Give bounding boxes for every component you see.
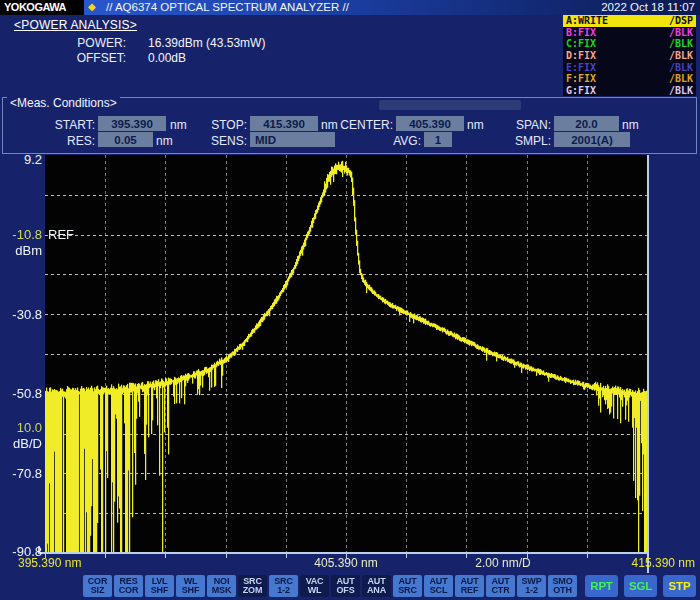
trace-name: F:FIX bbox=[566, 73, 596, 84]
trace-row-g[interactable]: G:FIX/BLK bbox=[563, 84, 696, 96]
app-title: // AQ6374 OPTICAL SPECTRUM ANALYZER // bbox=[106, 1, 349, 13]
softkey-label: COR bbox=[119, 586, 138, 596]
yokogawa-logo: YOKOGAWA bbox=[0, 0, 84, 15]
x-label-stop: 415.390 nm bbox=[595, 556, 695, 570]
softkey-src-zom[interactable]: SRCZOM bbox=[238, 575, 267, 597]
span-value-field[interactable]: 20.0 bbox=[554, 116, 619, 131]
trace-name: B:FIX bbox=[566, 27, 596, 38]
trace-mode: /DSP bbox=[669, 15, 693, 26]
sens-label: SENS: bbox=[199, 134, 247, 148]
softkey-label: SRC bbox=[398, 586, 416, 596]
softkey-cor-siz[interactable]: CORSIZ bbox=[83, 575, 112, 597]
plot-right-border bbox=[647, 155, 649, 573]
res-label: RES: bbox=[33, 134, 95, 148]
center-unit: nm bbox=[467, 118, 484, 132]
softkey-vac-wl[interactable]: VACWL bbox=[300, 575, 329, 597]
trace-row-e[interactable]: E:FIX/BLK bbox=[563, 61, 696, 73]
softkey-label: WL bbox=[308, 586, 322, 596]
softkey-label: SGL bbox=[629, 580, 652, 592]
x-tick bbox=[587, 554, 588, 558]
softkey-noi-msk[interactable]: NOIMSK bbox=[207, 575, 236, 597]
meas-conditions-heading: <Meas. Conditions> bbox=[7, 96, 120, 110]
softkey-label: STP bbox=[669, 580, 691, 592]
trace-row-d[interactable]: D:FIX/BLK bbox=[563, 50, 696, 62]
softkey-stp[interactable]: STP bbox=[663, 575, 696, 597]
x-label-start: 395.390 nm bbox=[18, 556, 81, 570]
trace-row-b[interactable]: B:FIX/BLK bbox=[563, 27, 696, 39]
title-bar: YOKOGAWA ◆ // AQ6374 OPTICAL SPECTRUM AN… bbox=[0, 0, 700, 15]
trace-mode: /BLK bbox=[669, 50, 693, 61]
res-value-field[interactable]: 0.05 bbox=[98, 132, 153, 147]
start-value-field[interactable]: 395.390 bbox=[98, 116, 166, 131]
trace-row-a[interactable]: A:WRITE/DSP bbox=[563, 15, 696, 27]
x-label-center: 405.390 nm bbox=[296, 556, 396, 570]
y-label-ref: -10.8 bbox=[2, 227, 42, 242]
softkey-label: SCL bbox=[430, 586, 447, 596]
softkey-aut-scl[interactable]: AUTSCL bbox=[424, 575, 453, 597]
softkey-label: REF bbox=[461, 586, 478, 596]
ref-tag: REF bbox=[48, 227, 74, 242]
avg-value-field[interactable]: 1 bbox=[424, 132, 452, 147]
softkey-rpt[interactable]: RPT bbox=[585, 575, 618, 597]
spectrum-plot bbox=[45, 155, 647, 553]
span-unit: nm bbox=[622, 118, 639, 132]
smpl-value-field[interactable]: 2001(A) bbox=[554, 132, 630, 147]
trace-mode: /BLK bbox=[669, 62, 693, 73]
y-label-minus30: -30.8 bbox=[2, 307, 42, 322]
x-tick bbox=[165, 554, 166, 558]
power-label: POWER: bbox=[58, 36, 126, 50]
softkey-aut-src[interactable]: AUTSRC bbox=[393, 575, 422, 597]
softkey-toolbar: CORSIZRESCORLVLSHFWLSHFNOIMSKSRCZOMSRC1-… bbox=[83, 575, 696, 597]
y-unit-label: dBm bbox=[2, 243, 42, 258]
x-label-per-div: 2.00 nm/D bbox=[453, 556, 553, 570]
x-axis-line bbox=[38, 552, 649, 554]
softkey-res-cor[interactable]: RESCOR bbox=[114, 575, 143, 597]
diamond-icon: ◆ bbox=[88, 1, 96, 12]
softkey-aut-ctr[interactable]: AUTCTR bbox=[486, 575, 515, 597]
softkey-label: 1-2 bbox=[525, 586, 537, 596]
dimmed-indicator bbox=[379, 100, 521, 110]
offset-label: OFFSET: bbox=[58, 51, 126, 65]
res-unit: nm bbox=[156, 134, 173, 148]
softkey-sgl[interactable]: SGL bbox=[624, 575, 657, 597]
trace-name: D:FIX bbox=[566, 50, 596, 61]
softkey-src-1-2[interactable]: SRC1-2 bbox=[269, 575, 298, 597]
softkey-smo-oth[interactable]: SMOOTH bbox=[548, 575, 577, 597]
sens-value-field[interactable]: MID bbox=[250, 132, 335, 147]
softkey-lvl-shf[interactable]: LVLSHF bbox=[145, 575, 174, 597]
softkey-label: SIZ bbox=[91, 586, 104, 596]
power-analysis-heading: <POWER ANALYSIS> bbox=[14, 18, 137, 32]
trace-name: C:FIX bbox=[566, 38, 596, 49]
softkey-label: SHF bbox=[151, 586, 168, 596]
trace-name: A:WRITE bbox=[566, 15, 608, 26]
trace-mode: /BLK bbox=[669, 73, 693, 84]
softkey-wl-shf[interactable]: WLSHF bbox=[176, 575, 205, 597]
trace-mode: /BLK bbox=[669, 85, 693, 96]
trace-mode: /BLK bbox=[669, 38, 693, 49]
x-tick bbox=[286, 554, 287, 558]
span-label: SPAN: bbox=[503, 118, 551, 132]
trace-mode: /BLK bbox=[669, 27, 693, 38]
y-label-minus50: -50.8 bbox=[2, 386, 42, 401]
trace-row-f[interactable]: F:FIX/BLK bbox=[563, 73, 696, 85]
start-label: START: bbox=[33, 118, 95, 132]
softkey-aut-ref[interactable]: AUTREF bbox=[455, 575, 484, 597]
meas-conditions-panel: <Meas. Conditions> START: 395.390 nm STO… bbox=[2, 97, 697, 154]
trace-row-c[interactable]: C:FIX/BLK bbox=[563, 38, 696, 50]
softkey-label: ANA bbox=[367, 586, 386, 596]
x-tick bbox=[406, 554, 407, 558]
x-tick bbox=[105, 554, 106, 558]
stop-value-field[interactable]: 415.390 bbox=[250, 116, 318, 131]
softkey-label: MSK bbox=[212, 586, 231, 596]
softkey-swp-1-2[interactable]: SWP1-2 bbox=[517, 575, 546, 597]
stop-label: STOP: bbox=[199, 118, 247, 132]
softkey-aut-ana[interactable]: AUTANA bbox=[362, 575, 391, 597]
x-tick bbox=[226, 554, 227, 558]
trace-canvas bbox=[45, 155, 647, 553]
center-value-field[interactable]: 405.390 bbox=[396, 116, 464, 131]
smpl-label: SMPL: bbox=[503, 134, 551, 148]
softkey-label: CTR bbox=[492, 586, 510, 596]
start-unit: nm bbox=[170, 118, 187, 132]
y-label-minus70: -70.8 bbox=[2, 466, 42, 481]
softkey-aut-ofs[interactable]: AUTOFS bbox=[331, 575, 360, 597]
